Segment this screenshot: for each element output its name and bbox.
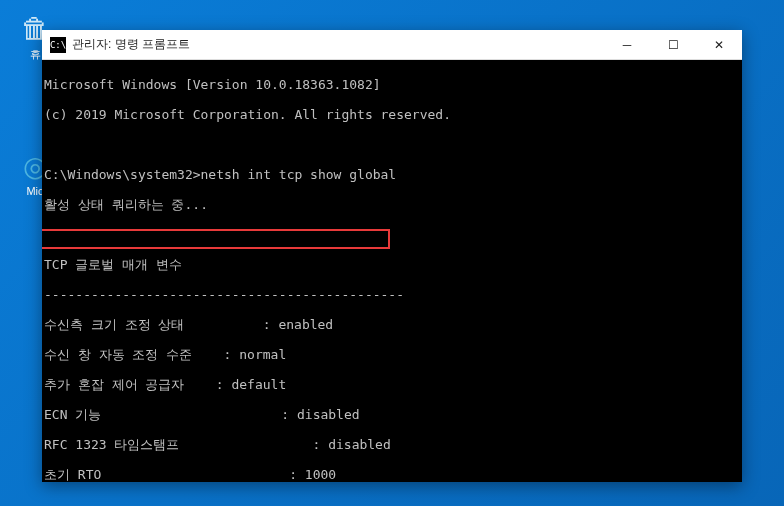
desktop-icon-label: 휴 bbox=[30, 48, 41, 60]
output-line: 추가 혼잡 제어 공급자 : default bbox=[44, 377, 742, 392]
cmd-icon: C:\ bbox=[50, 37, 66, 53]
output-line: (c) 2019 Microsoft Corporation. All righ… bbox=[44, 107, 742, 122]
desktop-icon-label: Mic bbox=[26, 185, 43, 197]
prompt-line: C:\Windows\system32>netsh int tcp show g… bbox=[44, 167, 742, 182]
output-line: TCP 글로벌 매개 변수 bbox=[44, 257, 742, 272]
output-line: Microsoft Windows [Version 10.0.18363.10… bbox=[44, 77, 742, 92]
terminal-output[interactable]: Microsoft Windows [Version 10.0.18363.10… bbox=[42, 60, 742, 482]
output-line bbox=[44, 137, 742, 152]
separator-line: ----------------------------------------… bbox=[44, 287, 742, 302]
cmd-window: C:\ 관리자: 명령 프롬프트 ─ ☐ ✕ Microsoft Windows… bbox=[42, 30, 742, 482]
output-line bbox=[44, 227, 742, 242]
minimize-button[interactable]: ─ bbox=[604, 30, 650, 59]
close-button[interactable]: ✕ bbox=[696, 30, 742, 59]
window-title: 관리자: 명령 프롬프트 bbox=[72, 36, 604, 53]
output-line: 수신측 크기 조정 상태 : enabled bbox=[44, 317, 742, 332]
output-line: 수신 창 자동 조정 수준 : normal bbox=[44, 347, 742, 362]
output-line: ECN 기능 : disabled bbox=[44, 407, 742, 422]
maximize-button[interactable]: ☐ bbox=[650, 30, 696, 59]
window-controls: ─ ☐ ✕ bbox=[604, 30, 742, 59]
output-line: 활성 상태 쿼리하는 중... bbox=[44, 197, 742, 212]
output-line: RFC 1323 타임스탬프 : disabled bbox=[44, 437, 742, 452]
output-line: 초기 RTO : 1000 bbox=[44, 467, 742, 482]
titlebar[interactable]: C:\ 관리자: 명령 프롬프트 ─ ☐ ✕ bbox=[42, 30, 742, 60]
